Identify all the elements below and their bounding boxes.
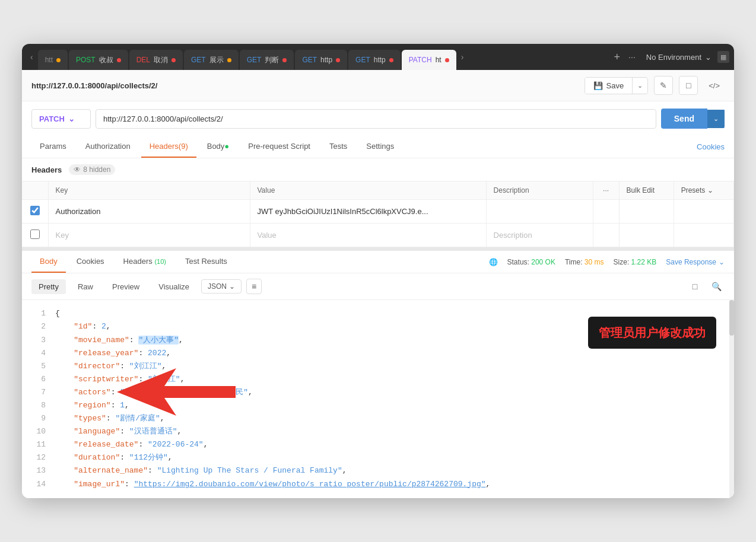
more-tabs-btn[interactable]: ···: [628, 52, 636, 62]
col-checkbox: [22, 181, 48, 200]
tab-get3-name: http: [320, 56, 332, 64]
save-main-btn[interactable]: 💾 Save: [585, 78, 633, 94]
tab-headers[interactable]: Headers(9): [141, 136, 196, 158]
copy-btn[interactable]: □: [687, 278, 703, 295]
key-placeholder: Key: [56, 231, 69, 240]
tab-get4-name: http: [374, 56, 386, 64]
row-key-cell[interactable]: Authorization: [48, 200, 250, 224]
tab-settings[interactable]: Settings: [358, 136, 402, 158]
tab-get1-name: 展示: [209, 55, 224, 65]
json-line-13: 13 "alternate_name": "Lighting Up The St…: [31, 464, 725, 477]
empty-extra1: [619, 224, 674, 247]
edit-btn[interactable]: ✎: [654, 76, 673, 95]
tab-get1[interactable]: GET 展示: [184, 50, 239, 70]
scrollbar[interactable]: [729, 300, 734, 498]
tab-get2-name: 判断: [265, 55, 279, 65]
nav-back-btn[interactable]: ‹: [27, 50, 37, 64]
globe-icon: 🌐: [489, 258, 498, 266]
row-actions-cell: [593, 200, 619, 224]
desc-placeholder: Description: [494, 231, 532, 240]
tab-authorization[interactable]: Authorization: [77, 136, 139, 158]
tab-get4-dot: [389, 58, 393, 62]
nav-forward-btn[interactable]: ›: [458, 50, 468, 64]
tab-patch[interactable]: PATCH ht: [402, 50, 456, 70]
tab-del-method: DEL: [136, 56, 150, 64]
method-selector[interactable]: PATCH ⌄: [31, 109, 91, 129]
row-value-cell[interactable]: JWT eyJhbGciOiJIUzI1NilsInR5cCl6lkpXVCJ9…: [250, 200, 486, 224]
presets-btn[interactable]: Presets ⌄: [681, 186, 714, 195]
code-view-btn[interactable]: </>: [704, 79, 725, 93]
authorization-value: JWT eyJhbGciOiJIUzI1NilsInR5cCl6lkpXVCJ9…: [258, 207, 428, 216]
json-line-10: 10 "language": "汉语普通话",: [31, 425, 725, 438]
bulk-edit-btn[interactable]: Bulk Edit: [627, 186, 655, 195]
save-response-btn[interactable]: Save Response ⌄: [666, 258, 725, 266]
comment-btn[interactable]: □: [679, 76, 698, 95]
tab-htt[interactable]: htt: [38, 50, 68, 70]
tab-get4[interactable]: GET http: [348, 50, 401, 70]
save-button-group: 💾 Save ⌄: [585, 77, 649, 94]
save-dropdown-btn[interactable]: ⌄: [633, 78, 647, 93]
fmt-pretty-btn[interactable]: Pretty: [31, 279, 66, 294]
send-btn[interactable]: Send: [661, 109, 707, 129]
tab-htt-dot: [56, 58, 61, 62]
tab-patch-method: PATCH: [409, 56, 432, 64]
resp-tab-body[interactable]: Body: [31, 251, 66, 273]
cookies-link[interactable]: Cookies: [697, 142, 725, 151]
send-dropdown-btn[interactable]: ⌄: [707, 110, 725, 128]
empty-checkbox-cell[interactable]: [22, 224, 48, 247]
fmt-preview-btn[interactable]: Preview: [105, 279, 147, 294]
save-icon: 💾: [593, 81, 603, 90]
tab-get3[interactable]: GET http: [295, 50, 347, 70]
row-desc-cell[interactable]: [486, 200, 593, 224]
col-value: Value: [250, 181, 486, 200]
status-label: Status: 200 OK: [507, 258, 555, 266]
row-checkbox-cell[interactable]: [22, 200, 48, 224]
tab-pre-request[interactable]: Pre-request Script: [240, 136, 319, 158]
empty-key-cell[interactable]: Key: [48, 224, 250, 247]
format-type-selector[interactable]: JSON ⌄: [201, 279, 242, 294]
save-label: Save: [606, 81, 624, 90]
json-line-11: 11 "release_date": "2022-06-24",: [31, 438, 725, 451]
json-line-5: 5 "director": "刘江江",: [31, 360, 725, 373]
resp-tab-cookies[interactable]: Cookies: [68, 251, 113, 273]
fmt-raw-btn[interactable]: Raw: [71, 279, 100, 294]
json-line-3: 3 "movie_name": "人小大事",: [31, 334, 725, 347]
row-checkbox[interactable]: [30, 206, 40, 215]
resp-tab-test-results[interactable]: Test Results: [177, 251, 236, 273]
col-presets[interactable]: Presets ⌄: [674, 181, 733, 200]
tab-get2-method: GET: [247, 56, 262, 64]
col-key: Key: [48, 181, 250, 200]
col-bulk-edit[interactable]: Bulk Edit: [619, 181, 674, 200]
new-tab-btn[interactable]: +: [611, 50, 624, 65]
tab-post[interactable]: POST 收叔: [69, 50, 128, 70]
search-btn[interactable]: 🔍: [708, 278, 725, 295]
environment-icon[interactable]: ▦: [717, 51, 729, 63]
headers-label: Headers: [31, 165, 62, 174]
tab-get2-dot: [282, 58, 287, 62]
request-tabs: Params Authorization Headers(9) Body● Pr…: [22, 136, 734, 158]
app-window: ‹ htt POST 收叔 DEL 取消 GET 展示 GET 判断 GET: [22, 44, 734, 498]
tab-get2[interactable]: GET 判断: [240, 50, 294, 70]
status-bar: 🌐 Status: 200 OK Time: 30 ms Size: 1.22 …: [489, 258, 725, 266]
fmt-visualize-btn[interactable]: Visualize: [151, 279, 196, 294]
format-type-chevron-icon: ⌄: [229, 282, 235, 291]
environment-selector[interactable]: No Environment ⌄: [646, 53, 711, 62]
scrollbar-thumb[interactable]: [729, 300, 734, 336]
tab-del[interactable]: DEL 取消: [129, 50, 183, 70]
tab-tests[interactable]: Tests: [321, 136, 355, 158]
empty-desc-cell[interactable]: Description: [486, 224, 593, 247]
size-label: Size: 1.22 KB: [614, 258, 657, 266]
tab-params[interactable]: Params: [31, 136, 75, 158]
send-button-group: Send ⌄: [661, 109, 725, 129]
empty-value-cell[interactable]: Value: [250, 224, 486, 247]
json-line-4: 4 "release_year": 2022,: [31, 347, 725, 360]
filter-btn[interactable]: ≡: [246, 279, 262, 294]
time-label: Time: 30 ms: [565, 258, 604, 266]
url-input[interactable]: [96, 109, 656, 129]
tab-get1-dot: [227, 58, 231, 62]
response-actions: □ 🔍: [687, 278, 725, 295]
tab-body[interactable]: Body●: [199, 136, 238, 158]
empty-row-checkbox[interactable]: [30, 229, 40, 239]
value-placeholder: Value: [258, 231, 277, 240]
resp-tab-headers[interactable]: Headers (10): [115, 251, 174, 273]
